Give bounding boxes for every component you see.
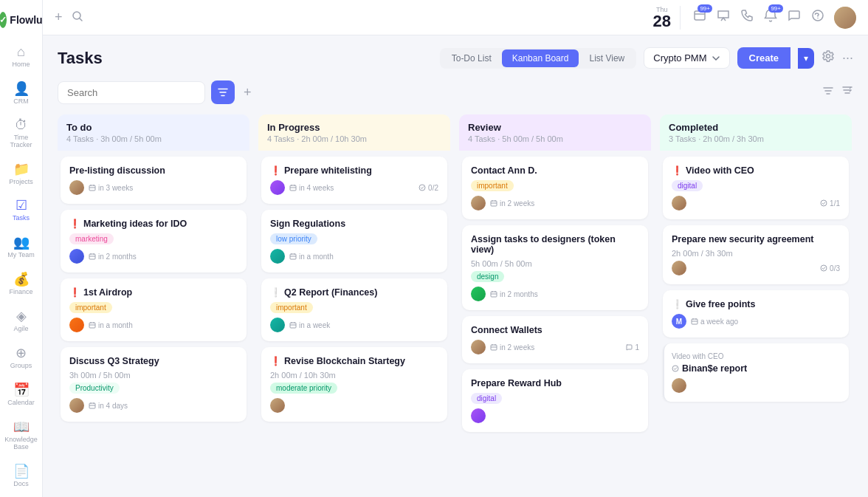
help-button[interactable] (810, 8, 825, 27)
card-footer: in 2 weeks (471, 196, 639, 210)
home-icon: ⌂ (17, 44, 25, 60)
search-button[interactable] (72, 10, 83, 25)
column-meta-inprogress: 4 Tasks · 2h 00m / 10h 30m (267, 134, 441, 143)
avatar (672, 196, 686, 210)
content: Tasks To-Do List Kanban Board List View … (43, 35, 868, 497)
add-button[interactable]: + (55, 10, 63, 25)
sidebar-item-projects[interactable]: 📁 Projects (3, 157, 40, 191)
card-footer: M a week ago (672, 314, 840, 329)
card-tags: important (471, 180, 639, 191)
card-blockchain-strategy[interactable]: ❗ Revise Blockchain Startegy 2h 00m / 10… (261, 347, 447, 422)
activity-button[interactable]: 99+ (692, 8, 707, 27)
tag-digital: digital (471, 393, 502, 404)
avatar (471, 196, 486, 210)
priority-high-icon: ❗ (270, 356, 281, 366)
sidebar-item-home[interactable]: ⌂ Home (3, 40, 40, 73)
parent-card-label: Video with CEO (672, 352, 840, 360)
filter-button[interactable] (211, 80, 235, 104)
tab-list-view[interactable]: List View (579, 49, 635, 67)
card-whitelisting[interactable]: ❗ Prepare whitelisting in 4 weeks (261, 157, 447, 204)
sidebar-item-groups[interactable]: ⊕ Groups (3, 340, 40, 374)
kanban-board: To do 4 Tasks · 3h 00m / 5h 00m Pre-list… (58, 114, 853, 497)
card-free-points[interactable]: ❕ Give free points M a week ago (663, 290, 849, 337)
card-title: Prepare Reward Hub (471, 378, 639, 388)
sidebar-item-calendar[interactable]: 📅 Calendar (3, 377, 40, 411)
card-tags: design (471, 271, 639, 282)
messages-button[interactable] (716, 8, 731, 27)
column-meta-completed: 3 Tasks · 2h 00m / 3h 30m (669, 134, 843, 143)
page-title: Tasks (58, 49, 103, 68)
card-binan-report[interactable]: Video with CEO Binan$e report (663, 343, 849, 402)
sidebar-item-agile[interactable]: ◈ Agile (3, 304, 40, 337)
notifications-button[interactable]: 99+ (763, 8, 778, 27)
card-footer: in 2 months (69, 249, 238, 264)
sidebar-item-time-tracker[interactable]: ⏱ Time Tracker (3, 113, 40, 154)
card-q3-strategy[interactable]: Discuss Q3 Strategy 3h 00m / 5h 00m Prod… (61, 347, 247, 422)
docs-icon: 📄 (13, 463, 30, 479)
subtask-icon (672, 365, 679, 372)
subtask-icon (418, 184, 426, 191)
card-q2-report[interactable]: ❕ Q2 Report (Finances) important in a we… (261, 278, 447, 341)
card-connect-wallets[interactable]: Connect Wallets in 2 weeks 1 (462, 316, 648, 363)
chat-button[interactable] (787, 8, 802, 27)
create-dropdown-button[interactable]: ▾ (798, 48, 814, 69)
sidebar-label-docs: Docs (13, 481, 29, 488)
topbar: + Thu 28 99+ 99+ (43, 0, 868, 35)
tab-kanban-board[interactable]: Kanban Board (502, 49, 579, 67)
card-video-ceo[interactable]: ❗ Video with CEO digital 1/1 (663, 157, 849, 219)
settings-icon[interactable] (822, 49, 835, 66)
sidebar-label-tasks: Tasks (13, 215, 30, 222)
svg-point-16 (821, 200, 827, 206)
sidebar-item-crm[interactable]: 👤 CRM (3, 76, 40, 110)
filter-advanced-icon[interactable] (841, 85, 853, 100)
card-sign-regulations[interactable]: Sign Regulations low priority in a month (261, 210, 447, 273)
sidebar-label-time-tracker: Time Tracker (6, 134, 37, 149)
card-title: Sign Regulations (270, 219, 438, 229)
sort-icon[interactable] (822, 85, 834, 100)
phone-button[interactable] (740, 8, 754, 27)
todo-cards: Pre-listing discussion in 3 weeks ❗ (58, 151, 249, 488)
column-header-completed: Completed 3 Tasks · 2h 00m / 3h 30m (660, 114, 852, 151)
project-selector[interactable]: Crypto PMM (644, 47, 729, 69)
sidebar-item-tasks[interactable]: ☑ Tasks (3, 193, 40, 227)
card-date: in 2 weeks (490, 199, 534, 208)
svg-point-4 (817, 18, 819, 19)
sidebar-label-calendar: Calendar (7, 400, 35, 407)
sidebar-item-finance[interactable]: 💰 Finance (3, 267, 40, 301)
card-contact-ann[interactable]: Contact Ann D. important in 2 weeks (462, 157, 648, 219)
tasks-icon: ☑ (16, 197, 27, 213)
card-marketing-ido[interactable]: ❗ Marketing ideas for IDO marketing in 2… (61, 210, 247, 273)
tab-todo-list[interactable]: To-Do List (441, 49, 502, 67)
card-date: in 3 weeks (89, 184, 133, 192)
sidebar: ✓ Flowlu ⌂ Home 👤 CRM ⏱ Time Tracker 📁 P… (0, 0, 43, 497)
add-column-button[interactable]: + (241, 82, 255, 103)
card-reward-hub[interactable]: Prepare Reward Hub digital (462, 369, 648, 432)
user-avatar[interactable] (834, 7, 856, 29)
card-title: ❗ Revise Blockchain Startegy (270, 356, 438, 366)
card-tags: low priority (270, 233, 438, 244)
create-button[interactable]: Create (737, 47, 790, 69)
card-tags: digital (471, 393, 639, 404)
card-date: in 2 months (490, 290, 538, 298)
card-assign-designers[interactable]: Assign tasks to designers (token view) 5… (462, 225, 648, 310)
logo[interactable]: ✓ Flowlu (0, 6, 42, 37)
sidebar-item-docs[interactable]: 📄 Docs (3, 459, 40, 493)
avatar (471, 408, 486, 423)
card-date: in 4 days (89, 402, 128, 410)
avatar: M (672, 314, 686, 329)
agile-icon: ◈ (16, 308, 27, 324)
card-date: in 4 weeks (289, 184, 334, 192)
card-airdrop[interactable]: ❗ 1st Airdrop important in a month (61, 278, 247, 341)
priority-high-icon: ❗ (69, 219, 80, 229)
crm-icon: 👤 (13, 80, 30, 97)
more-options-icon[interactable]: ··· (842, 50, 853, 66)
card-pre-listing[interactable]: Pre-listing discussion in 3 weeks (61, 157, 247, 204)
sidebar-item-knowledge-base[interactable]: 📖 Knowledge Base (3, 414, 40, 456)
sidebar-item-my-team[interactable]: 👥 My Team (3, 230, 40, 264)
card-date: in 2 months (89, 253, 137, 261)
priority-medium-icon: ❕ (270, 287, 281, 298)
subtask-count: 0/3 (820, 264, 840, 273)
card-security-agreement[interactable]: Prepare new security agreement 2h 00m / … (663, 225, 849, 284)
sidebar-label-groups: Groups (10, 363, 32, 370)
search-input[interactable] (58, 81, 205, 104)
